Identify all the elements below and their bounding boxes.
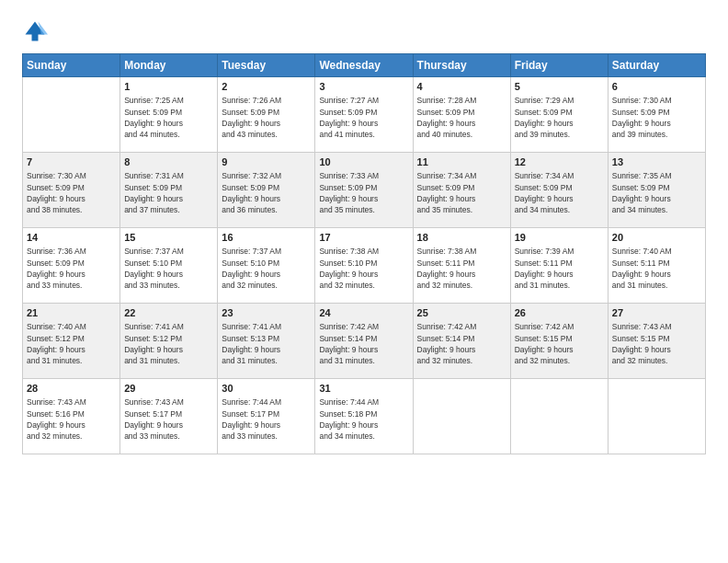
calendar-cell: 16Sunrise: 7:37 AM Sunset: 5:10 PM Dayli… [218, 228, 315, 304]
day-info: Sunrise: 7:44 AM Sunset: 5:17 PM Dayligh… [222, 396, 311, 442]
calendar-cell: 8Sunrise: 7:31 AM Sunset: 5:09 PM Daylig… [120, 153, 218, 228]
calendar-cell: 11Sunrise: 7:34 AM Sunset: 5:09 PM Dayli… [413, 153, 510, 228]
calendar-cell: 23Sunrise: 7:41 AM Sunset: 5:13 PM Dayli… [218, 304, 315, 379]
day-info: Sunrise: 7:30 AM Sunset: 5:09 PM Dayligh… [27, 170, 116, 215]
day-number: 1 [124, 80, 213, 94]
day-number: 8 [124, 155, 213, 169]
calendar-cell: 29Sunrise: 7:43 AM Sunset: 5:17 PM Dayli… [120, 379, 218, 454]
day-number: 19 [515, 231, 604, 245]
calendar-cell: 26Sunrise: 7:42 AM Sunset: 5:15 PM Dayli… [510, 304, 608, 379]
calendar-cell: 17Sunrise: 7:38 AM Sunset: 5:10 PM Dayli… [315, 228, 413, 304]
logo-icon [22, 18, 48, 44]
day-info: Sunrise: 7:42 AM Sunset: 5:14 PM Dayligh… [319, 321, 408, 366]
calendar-cell: 28Sunrise: 7:43 AM Sunset: 5:16 PM Dayli… [23, 379, 120, 454]
header [22, 18, 706, 44]
day-number: 3 [319, 80, 408, 94]
day-info: Sunrise: 7:42 AM Sunset: 5:15 PM Dayligh… [515, 321, 604, 366]
calendar-body: 1Sunrise: 7:25 AM Sunset: 5:09 PM Daylig… [23, 77, 706, 454]
calendar-cell: 25Sunrise: 7:42 AM Sunset: 5:14 PM Dayli… [413, 304, 510, 379]
day-info: Sunrise: 7:33 AM Sunset: 5:09 PM Dayligh… [319, 170, 408, 215]
calendar-cell: 10Sunrise: 7:33 AM Sunset: 5:09 PM Dayli… [315, 153, 413, 228]
day-info: Sunrise: 7:34 AM Sunset: 5:09 PM Dayligh… [515, 170, 604, 215]
day-number: 9 [222, 155, 311, 169]
day-number: 20 [612, 231, 701, 245]
weekday-header: Tuesday [218, 54, 315, 77]
day-info: Sunrise: 7:31 AM Sunset: 5:09 PM Dayligh… [124, 170, 213, 215]
calendar-cell: 18Sunrise: 7:38 AM Sunset: 5:11 PM Dayli… [413, 228, 510, 304]
page: SundayMondayTuesdayWednesdayThursdayFrid… [0, 0, 728, 563]
calendar-cell: 31Sunrise: 7:44 AM Sunset: 5:18 PM Dayli… [315, 379, 413, 454]
day-info: Sunrise: 7:42 AM Sunset: 5:14 PM Dayligh… [417, 321, 506, 366]
day-info: Sunrise: 7:44 AM Sunset: 5:18 PM Dayligh… [319, 396, 408, 442]
day-info: Sunrise: 7:29 AM Sunset: 5:09 PM Dayligh… [515, 95, 604, 140]
day-number: 17 [319, 231, 408, 245]
day-info: Sunrise: 7:43 AM Sunset: 5:16 PM Dayligh… [27, 396, 116, 442]
day-number: 22 [124, 306, 213, 320]
calendar-cell: 14Sunrise: 7:36 AM Sunset: 5:09 PM Dayli… [23, 228, 120, 304]
day-number: 14 [27, 231, 116, 245]
day-number: 12 [515, 155, 604, 169]
calendar-table: SundayMondayTuesdayWednesdayThursdayFrid… [22, 53, 706, 454]
day-info: Sunrise: 7:43 AM Sunset: 5:15 PM Dayligh… [612, 321, 701, 366]
day-number: 11 [417, 155, 506, 169]
day-number: 24 [319, 306, 408, 320]
calendar-cell: 12Sunrise: 7:34 AM Sunset: 5:09 PM Dayli… [510, 153, 608, 228]
calendar-week-row: 1Sunrise: 7:25 AM Sunset: 5:09 PM Daylig… [23, 77, 706, 153]
day-info: Sunrise: 7:40 AM Sunset: 5:12 PM Dayligh… [27, 321, 116, 366]
calendar-cell: 27Sunrise: 7:43 AM Sunset: 5:15 PM Dayli… [608, 304, 705, 379]
day-info: Sunrise: 7:40 AM Sunset: 5:11 PM Dayligh… [612, 246, 701, 291]
weekday-header: Thursday [413, 54, 510, 77]
calendar-cell: 9Sunrise: 7:32 AM Sunset: 5:09 PM Daylig… [218, 153, 315, 228]
calendar-cell: 4Sunrise: 7:28 AM Sunset: 5:09 PM Daylig… [413, 77, 510, 153]
calendar-cell: 15Sunrise: 7:37 AM Sunset: 5:10 PM Dayli… [120, 228, 218, 304]
day-info: Sunrise: 7:36 AM Sunset: 5:09 PM Dayligh… [27, 246, 116, 291]
calendar-cell: 13Sunrise: 7:35 AM Sunset: 5:09 PM Dayli… [608, 153, 705, 228]
calendar-week-row: 14Sunrise: 7:36 AM Sunset: 5:09 PM Dayli… [23, 228, 706, 304]
calendar-cell: 21Sunrise: 7:40 AM Sunset: 5:12 PM Dayli… [23, 304, 120, 379]
day-number: 5 [515, 80, 604, 94]
day-info: Sunrise: 7:35 AM Sunset: 5:09 PM Dayligh… [612, 170, 701, 215]
calendar-cell: 24Sunrise: 7:42 AM Sunset: 5:14 PM Dayli… [315, 304, 413, 379]
calendar-cell: 6Sunrise: 7:30 AM Sunset: 5:09 PM Daylig… [608, 77, 705, 153]
day-number: 16 [222, 231, 311, 245]
day-number: 10 [319, 155, 408, 169]
calendar-cell [608, 379, 705, 454]
day-info: Sunrise: 7:38 AM Sunset: 5:10 PM Dayligh… [319, 246, 408, 291]
day-info: Sunrise: 7:41 AM Sunset: 5:12 PM Dayligh… [124, 321, 213, 366]
weekday-header: Monday [120, 54, 218, 77]
day-number: 28 [27, 382, 116, 396]
weekday-header: Saturday [608, 54, 705, 77]
day-info: Sunrise: 7:39 AM Sunset: 5:11 PM Dayligh… [515, 246, 604, 291]
day-number: 29 [124, 382, 213, 396]
day-number: 6 [612, 80, 701, 94]
day-info: Sunrise: 7:37 AM Sunset: 5:10 PM Dayligh… [124, 246, 213, 291]
day-number: 31 [319, 382, 408, 396]
calendar-header: SundayMondayTuesdayWednesdayThursdayFrid… [23, 54, 706, 77]
calendar-cell [23, 77, 120, 153]
calendar-cell: 5Sunrise: 7:29 AM Sunset: 5:09 PM Daylig… [510, 77, 608, 153]
day-info: Sunrise: 7:26 AM Sunset: 5:09 PM Dayligh… [222, 95, 311, 140]
day-info: Sunrise: 7:34 AM Sunset: 5:09 PM Dayligh… [417, 170, 506, 215]
day-info: Sunrise: 7:43 AM Sunset: 5:17 PM Dayligh… [124, 396, 213, 442]
logo [22, 18, 51, 44]
day-info: Sunrise: 7:30 AM Sunset: 5:09 PM Dayligh… [612, 95, 701, 140]
weekday-header: Wednesday [315, 54, 413, 77]
day-info: Sunrise: 7:32 AM Sunset: 5:09 PM Dayligh… [222, 170, 311, 215]
day-number: 7 [27, 155, 116, 169]
day-number: 25 [417, 306, 506, 320]
calendar-week-row: 28Sunrise: 7:43 AM Sunset: 5:16 PM Dayli… [23, 379, 706, 454]
weekday-header: Sunday [23, 54, 120, 77]
day-info: Sunrise: 7:41 AM Sunset: 5:13 PM Dayligh… [222, 321, 311, 366]
weekday-row: SundayMondayTuesdayWednesdayThursdayFrid… [23, 54, 706, 77]
day-info: Sunrise: 7:25 AM Sunset: 5:09 PM Dayligh… [124, 95, 213, 140]
day-number: 30 [222, 382, 311, 396]
calendar-cell [510, 379, 608, 454]
day-number: 18 [417, 231, 506, 245]
weekday-header: Friday [510, 54, 608, 77]
calendar-cell: 3Sunrise: 7:27 AM Sunset: 5:09 PM Daylig… [315, 77, 413, 153]
day-number: 27 [612, 306, 701, 320]
day-info: Sunrise: 7:28 AM Sunset: 5:09 PM Dayligh… [417, 95, 506, 140]
day-number: 15 [124, 231, 213, 245]
day-number: 13 [612, 155, 701, 169]
calendar-cell: 20Sunrise: 7:40 AM Sunset: 5:11 PM Dayli… [608, 228, 705, 304]
